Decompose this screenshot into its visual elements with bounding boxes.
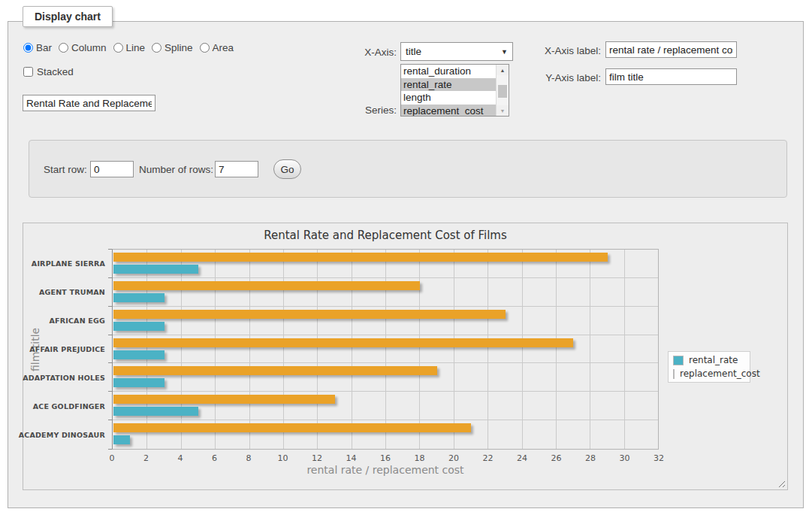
x-tick-label: 18 <box>415 453 425 463</box>
x-tick-label: 10 <box>278 453 288 463</box>
category-label: AFFAIR PREJUDICE <box>29 344 105 353</box>
stacked-checkbox[interactable] <box>23 67 33 77</box>
chart-type-radio-group: Bar Column Line Spline Area <box>23 42 234 53</box>
chart-type-option-spline[interactable]: Spline <box>152 42 193 53</box>
chart-type-option-bar[interactable]: Bar <box>23 42 52 53</box>
series-option-rental-duration[interactable]: rental_duration <box>401 65 496 78</box>
rental_rate-swatch-icon <box>673 356 684 365</box>
replacement_cost-bar <box>113 366 437 375</box>
number-of-rows-input[interactable] <box>215 161 258 177</box>
x-axis-select-value: title <box>406 46 421 57</box>
stacked-label: Stacked <box>37 66 74 77</box>
x-axis-label-input[interactable] <box>605 41 737 58</box>
bar-radio-label: Bar <box>36 42 52 53</box>
chart-band: ADAPTATION HOLES <box>113 363 658 392</box>
series-options: rental_duration rental_rate length repla… <box>401 65 496 116</box>
go-button[interactable]: Go <box>273 159 301 179</box>
resize-handle-icon[interactable] <box>777 479 785 487</box>
row-range-panel: Start row: Number of rows: Go <box>29 140 787 198</box>
x-axis-select[interactable]: title ▼ <box>400 42 513 61</box>
plot-area: AIRPLANE SIERRAAGENT TRUMANAFRICAN EGGAF… <box>112 249 659 450</box>
x-tick-label: 14 <box>346 453 357 463</box>
spline-radio[interactable] <box>152 43 161 53</box>
x-tick-label: 8 <box>246 453 252 463</box>
category-label: ACE GOLDFINGER <box>33 401 105 410</box>
x-tick-label: 22 <box>483 453 494 463</box>
number-of-rows-label: Number of rows: <box>139 164 213 175</box>
line-radio[interactable] <box>113 43 123 53</box>
rental_rate-bar <box>113 293 165 302</box>
chart-title-input[interactable] <box>23 95 155 111</box>
legend-label: replacement_cost <box>680 368 760 379</box>
chart-panel: Rental Rate and Replacement Cost of Film… <box>23 223 788 490</box>
replacement_cost-bar <box>113 310 506 319</box>
rental_rate-bar <box>113 435 130 444</box>
start-row-input[interactable] <box>90 161 134 177</box>
x-axis-ticks: 02468101214161820222426283032 <box>112 453 659 464</box>
rental_rate-bar <box>113 407 198 416</box>
replacement_cost-bar <box>113 281 420 290</box>
chart-band: ACE GOLDFINGER <box>113 392 658 420</box>
chart-band: ACADEMY DINOSAUR <box>113 420 658 449</box>
chart-legend: rental_ratereplacement_cost <box>668 351 750 383</box>
legend-entry: rental_rate <box>673 355 745 365</box>
x-tick-label: 32 <box>654 453 664 463</box>
x-tick-label: 0 <box>110 453 115 463</box>
rental_rate-bar <box>113 378 165 387</box>
chart-type-option-line[interactable]: Line <box>113 42 146 53</box>
x-tick-label: 16 <box>380 453 391 463</box>
series-scrollbar[interactable]: ▲ ▼ <box>496 65 509 116</box>
fieldset-legend: Display chart <box>23 6 113 27</box>
category-label: AIRPLANE SIERRA <box>32 259 105 268</box>
scrollbar-thumb[interactable] <box>498 85 507 98</box>
stacked-option[interactable]: Stacked <box>23 66 74 77</box>
x-tick-label: 28 <box>585 453 596 463</box>
legend-label: rental_rate <box>689 355 738 365</box>
rental_rate-bar <box>113 322 165 331</box>
x-tick-label: 30 <box>620 453 630 463</box>
y-axis-label-input[interactable] <box>605 68 737 85</box>
line-radio-label: Line <box>126 42 146 53</box>
area-radio[interactable] <box>200 43 210 53</box>
chart-type-option-column[interactable]: Column <box>59 42 107 53</box>
series-option-rental-rate[interactable]: rental_rate <box>401 78 496 92</box>
category-label: ADAPTATION HOLES <box>23 373 105 381</box>
replacement_cost-bar <box>113 338 573 347</box>
x-tick-label: 12 <box>312 453 322 463</box>
x-tick-label: 26 <box>551 453 562 463</box>
rental_rate-bar <box>113 350 165 359</box>
spline-radio-label: Spline <box>165 42 193 53</box>
chart-band: AIRPLANE SIERRA <box>113 250 658 278</box>
x-axis-select-label: X-Axis: <box>331 47 397 58</box>
x-tick-label: 6 <box>212 453 217 463</box>
scroll-up-icon[interactable]: ▲ <box>497 65 509 75</box>
chart-band: AFFAIR PREJUDICE <box>113 335 658 364</box>
replacement_cost-bar <box>113 253 608 262</box>
category-label: AGENT TRUMAN <box>39 288 105 296</box>
rental_rate-bar <box>113 265 198 274</box>
series-option-replacement-cost[interactable]: replacement_cost <box>401 105 496 117</box>
column-radio-label: Column <box>71 42 107 53</box>
x-axis-label-label: X-Axis label: <box>526 45 601 56</box>
replacement_cost-bar <box>113 395 335 404</box>
column-radio[interactable] <box>59 43 68 53</box>
legend-entry: replacement_cost <box>673 368 745 379</box>
bar-radio[interactable] <box>23 43 33 53</box>
start-row-label: Start row: <box>44 164 87 175</box>
series-option-length[interactable]: length <box>401 91 496 105</box>
replacement_cost-swatch-icon <box>673 369 675 379</box>
category-label: AFRICAN EGG <box>49 317 105 325</box>
replacement_cost-bar <box>113 423 471 432</box>
series-list-label: Series: <box>331 105 397 116</box>
y-axis-label-label: Y-Axis label: <box>526 72 601 83</box>
category-label: ACADEMY DINOSAUR <box>19 430 105 438</box>
x-tick-label: 20 <box>448 453 459 463</box>
page: Display chart Bar Column Line Spline Are… <box>0 0 812 512</box>
series-multiselect[interactable]: rental_duration rental_rate length repla… <box>400 64 509 117</box>
chart-band: AGENT TRUMAN <box>113 278 658 307</box>
chevron-down-icon: ▼ <box>501 48 508 56</box>
scroll-down-icon[interactable]: ▼ <box>497 105 509 116</box>
chart-type-option-area[interactable]: Area <box>200 42 234 53</box>
chart-title: Rental Rate and Replacement Cost of Film… <box>112 229 659 242</box>
x-tick-label: 2 <box>143 453 149 463</box>
